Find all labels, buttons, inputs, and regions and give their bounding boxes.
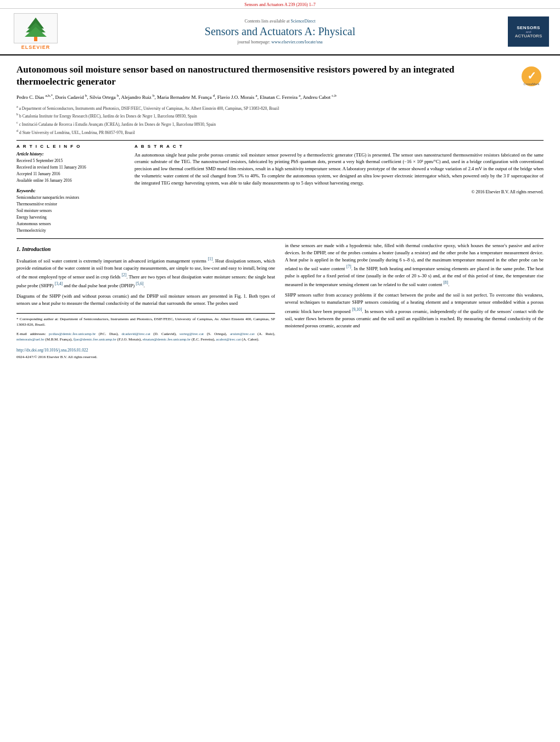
kw-1: Semiconductor nanoparticles resistors [16, 194, 126, 201]
body-left-p2: Diagrams of the SHPP (with and without p… [16, 293, 275, 307]
history-title: Article history: [16, 152, 126, 157]
homepage-line: journal homepage: www.elsevier.com/locat… [60, 40, 500, 44]
journal-volume-info: Sensors and Actuators A 239 (2016) 1–7 [244, 2, 315, 7]
article-info-abstract-section: A R T I C L E I N F O Article history: R… [16, 144, 544, 234]
elsevier-logo: ELSEVIER [11, 13, 60, 50]
kw-5: Autonomous sensors [16, 221, 126, 227]
email-dcadavid[interactable]: dcadavid@irec.cat [122, 332, 150, 336]
email-mbmorais[interactable]: mbmorais@uel.br [16, 337, 44, 342]
ref-9-10: [9,10] [352, 307, 362, 312]
body-right-p1: in these sensors are made with a hypoder… [285, 242, 544, 289]
actuators-label: ACTUATORS [515, 34, 542, 38]
affiliation-a: a a Department of Semiconductors, Instru… [16, 104, 544, 111]
doi-section: http://dx.doi.org/10.1016/j.sna.2016.01.… [16, 347, 275, 353]
divider-1 [16, 140, 544, 141]
authors-line: Pedro C. Dias a,b,*, Doris Cadavid b, Si… [16, 93, 544, 102]
article-title: Autonomous soil moisture sensor based on… [16, 64, 513, 88]
kw-3: Soil moisture sensors [16, 208, 126, 214]
kw-4: Energy harvesting [16, 214, 126, 221]
sensors-label: SENSORS [517, 25, 540, 30]
history-accepted: Accepted 11 January 2016 [16, 171, 126, 177]
ref-3-4: [3,4] [55, 281, 63, 286]
body-right-p2: SHPP sensors suffer from accuracy proble… [285, 292, 544, 330]
article-title-section: Autonomous soil moisture sensor based on… [16, 61, 544, 88]
ref-5-6: [5,6] [136, 281, 143, 286]
footnote-corresponding: * Corresponding author at: Department of… [16, 316, 275, 328]
journal-title: Sensors and Actuators A: Physical [60, 25, 500, 38]
journal-logo-right: SENSORS and ACTUATORS [500, 16, 549, 47]
contents-line: Contents lists available at ScienceDirec… [60, 19, 500, 24]
doi-link[interactable]: http://dx.doi.org/10.1016/j.sna.2016.01.… [16, 348, 88, 353]
keywords-label: Keywords: [16, 188, 126, 193]
affiliation-d: d d State University of Londrina, UEL, L… [16, 128, 544, 136]
ref-1: [1] [208, 256, 213, 261]
body-left-p1: Evaluation of soil water content is extr… [16, 256, 275, 289]
elsevier-logo-box [14, 13, 58, 43]
keywords-section: Keywords: Semiconductor nanoparticles re… [16, 188, 126, 234]
svg-text:✓: ✓ [527, 70, 536, 82]
email-fjao[interactable]: fjao@demic.fee.unicamp.br [74, 337, 116, 342]
abstract-label: A B S T R A C T [135, 144, 544, 149]
contents-label: Contents lists available at [245, 19, 290, 24]
crossmark-icon: ✓ CrossMark [520, 65, 542, 87]
crossmark-logo: ✓ CrossMark [519, 64, 544, 88]
homepage-label: journal homepage: [238, 40, 271, 44]
homepage-url[interactable]: www.elsevier.com/locate/sna [271, 40, 322, 44]
body-left-col: 1. Introduction Evaluation of soil water… [16, 242, 275, 360]
abstract-col: A B S T R A C T An autonomous single hea… [135, 144, 544, 234]
intro-heading: 1. Introduction [16, 245, 275, 254]
elsevier-tree-icon [16, 15, 55, 42]
body-right-col: in these sensors are made with a hypoder… [285, 242, 544, 360]
abstract-text: An autonomous single heat pulse probe po… [135, 152, 544, 187]
ref-8: [8] [443, 280, 448, 285]
email-elnatan[interactable]: elnatan@demic.fee.unicamp.br [143, 337, 191, 342]
kw-2: Thermosensitive resistor [16, 201, 126, 208]
kw-6: Thermoelectricity [16, 227, 126, 234]
article-info-label: A R T I C L E I N F O [16, 144, 126, 149]
affiliation-c: c c Institució Catalana de Recerca i Est… [16, 120, 544, 127]
email-pcdias[interactable]: pcdias@demic.fee.unicamp.br [49, 332, 96, 336]
journal-header: ELSEVIER Contents lists available at Sci… [0, 9, 560, 55]
article-content: Autonomous soil moisture sensor based on… [0, 55, 560, 365]
footnote-emails: E-mail addresses: pcdias@demic.fee.unica… [16, 331, 275, 343]
history-available: Available online 16 January 2016 [16, 177, 126, 184]
elsevier-text: ELSEVIER [21, 44, 51, 50]
ref-2: [2] [122, 272, 127, 277]
issn-line: 0924-4247/© 2016 Elsevier B.V. All right… [16, 354, 275, 360]
sciencedirect-link[interactable]: ScienceDirect [291, 19, 316, 24]
ref-7: [7] [346, 264, 351, 269]
article-history: Article history: Received 5 September 20… [16, 152, 126, 184]
sensors-actuators-logo: SENSORS and ACTUATORS [508, 16, 549, 47]
history-revised: Received in revised form 11 January 2016 [16, 164, 126, 171]
journal-center: Contents lists available at ScienceDirec… [60, 19, 500, 44]
svg-text:CrossMark: CrossMark [523, 82, 540, 86]
email-aruizn[interactable]: aruizn@irec.cat [230, 332, 254, 336]
email-label: E-mail addresses: [16, 332, 49, 336]
email-acabot[interactable]: acabot@irec.cat [216, 337, 240, 342]
footnote-section: * Corresponding author at: Department of… [16, 313, 275, 360]
copyright-line: © 2016 Elsevier B.V. All rights reserved… [135, 189, 544, 194]
top-bar: Sensors and Actuators A 239 (2016) 1–7 [0, 0, 560, 9]
divider-2 [16, 238, 544, 239]
page-wrapper: Sensors and Actuators A 239 (2016) 1–7 E… [0, 0, 560, 742]
article-info-col: A R T I C L E I N F O Article history: R… [16, 144, 126, 234]
email-sorteg[interactable]: sorteg@irec.cat [180, 332, 204, 336]
body-two-col: 1. Introduction Evaluation of soil water… [16, 242, 544, 360]
history-received: Received 5 September 2015 [16, 158, 126, 164]
affiliations: a a Department of Semiconductors, Instru… [16, 104, 544, 136]
affiliation-b: b b Catalonia Institute for Energy Resea… [16, 111, 544, 119]
authors-text: Pedro C. Dias a,b,*, Doris Cadavid b, Si… [16, 94, 337, 100]
